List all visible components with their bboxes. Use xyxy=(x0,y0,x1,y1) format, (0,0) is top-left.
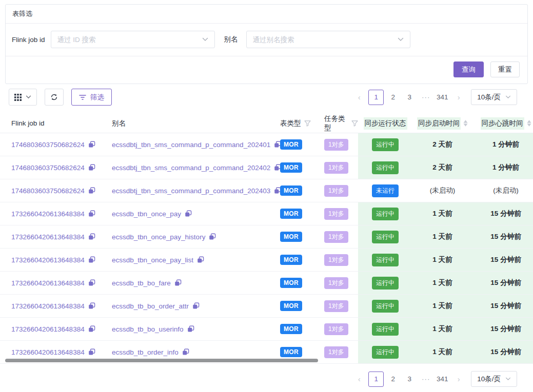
start-time-value: 1 天前 xyxy=(432,347,452,357)
pager-ellipsis[interactable]: ··· xyxy=(419,90,433,105)
funnel-filter-icon[interactable] xyxy=(304,120,311,127)
start-time-value: 1 天前 xyxy=(432,278,452,287)
copy-icon[interactable] xyxy=(187,325,194,333)
pager-page-last[interactable]: 341 xyxy=(435,372,449,386)
column-settings-button[interactable] xyxy=(9,89,37,106)
filter-button-label: 筛选 xyxy=(90,93,104,102)
flink-job-id-link[interactable]: 1732660420613648384 xyxy=(11,233,85,241)
table-type-badge: MOR xyxy=(280,301,302,311)
pager-page-3[interactable]: 3 xyxy=(402,372,417,386)
copy-icon[interactable] xyxy=(88,279,95,286)
heartbeat-time-value: 15 分钟前 xyxy=(490,232,521,241)
flink-job-id-link[interactable]: 1732660420613648384 xyxy=(11,210,85,218)
flink-job-id-label: Flink job id xyxy=(12,36,45,44)
copy-icon[interactable] xyxy=(88,325,95,333)
pager-next-button[interactable]: › xyxy=(451,372,466,386)
table-row: 1746803603750682624 ecssdbtj_tbn_sms_com… xyxy=(0,179,533,202)
alias-link[interactable]: ecssdb_tbn_once_pay_list xyxy=(112,256,193,264)
page-size-select[interactable]: 10条/页 xyxy=(471,371,517,387)
copy-icon[interactable] xyxy=(192,302,200,310)
copy-icon[interactable] xyxy=(88,348,95,356)
table-row: 1732660420613648384 ecssdb_tb_bo_order_a… xyxy=(0,295,533,318)
pager-page-last[interactable]: 341 xyxy=(435,90,449,105)
horizontal-scrollbar-thumb[interactable] xyxy=(5,359,318,362)
pager-prev-button[interactable]: ‹ xyxy=(352,372,366,386)
page-size-value: 10条/页 xyxy=(477,375,501,384)
copy-icon[interactable] xyxy=(88,141,95,148)
page-size-select[interactable]: 10条/页 xyxy=(471,89,517,105)
copy-icon[interactable] xyxy=(185,210,192,217)
alias-link[interactable]: ecssdbtj_tbn_sms_command_p_command_20240… xyxy=(112,164,270,172)
pager-page-1[interactable]: 1 xyxy=(368,90,384,105)
pager-next-button[interactable]: › xyxy=(451,90,466,105)
task-type-badge: 1对多 xyxy=(324,185,348,197)
sort-icon[interactable] xyxy=(463,120,468,127)
heartbeat-time-value: 15 分钟前 xyxy=(490,301,521,311)
col-heartbeat-time: 同步心跳时间 xyxy=(481,117,524,130)
reset-button[interactable]: 重置 xyxy=(490,61,520,77)
start-time-value: 1 天前 xyxy=(432,255,452,264)
table-toolbar: 筛选 ‹ 1 2 3 ··· 341 › 10条/页 xyxy=(9,89,517,106)
table-body: 1746803603750682624 ecssdbtj_tbn_sms_com… xyxy=(0,133,533,364)
copy-icon[interactable] xyxy=(88,302,95,310)
pager-page-2[interactable]: 2 xyxy=(386,90,400,105)
copy-icon[interactable] xyxy=(88,164,95,171)
task-type-badge: 1对多 xyxy=(324,231,348,243)
alias-select[interactable] xyxy=(246,31,410,48)
funnel-filter-icon[interactable] xyxy=(351,120,358,127)
table-row: 1732660420613648384 ecssdb_tb_bo_fare MO… xyxy=(0,272,533,295)
alias-link[interactable]: ecssdb_tb_order_info xyxy=(112,348,179,356)
flink-job-id-link[interactable]: 1746803603750682624 xyxy=(11,164,85,172)
flink-job-id-link[interactable]: 1732660420613648384 xyxy=(11,256,85,264)
sync-table: Flink job id 别名 表类型 任务类型 同步运行状态 同步启动时间 xyxy=(0,114,533,364)
copy-icon[interactable] xyxy=(174,279,182,286)
flink-job-id-select[interactable] xyxy=(51,31,215,48)
sync-status-badge: 运行中 xyxy=(372,346,399,359)
copy-icon[interactable] xyxy=(209,233,216,240)
query-button[interactable]: 查询 xyxy=(453,61,484,77)
alias-link[interactable]: ecssdb_tb_bo_order_attr xyxy=(112,302,189,310)
alias-link[interactable]: ecssdb_tb_bo_fare xyxy=(112,279,171,287)
flink-job-id-link[interactable]: 1746803603750682624 xyxy=(11,187,85,195)
filter-button[interactable]: 筛选 xyxy=(71,89,112,106)
alias-link[interactable]: ecssdb_tbn_once_pay xyxy=(112,210,181,218)
heartbeat-time-value: (未启动) xyxy=(493,186,519,195)
flink-job-id-link[interactable]: 1732660420613648384 xyxy=(11,279,85,287)
refresh-button[interactable] xyxy=(45,89,64,106)
table-row: 1746803603750682624 ecssdbtj_tbn_sms_com… xyxy=(0,156,533,179)
alias-link[interactable]: ecssdb_tb_bo_userinfo xyxy=(112,325,184,333)
table-row: 1732660420613648384 ecssdb_tbn_once_pay_… xyxy=(0,249,533,272)
table-header: Flink job id 别名 表类型 任务类型 同步运行状态 同步启动时间 xyxy=(0,114,533,133)
heartbeat-time-value: 1 分钟前 xyxy=(492,163,519,172)
pager-page-1[interactable]: 1 xyxy=(368,372,384,387)
copy-icon[interactable] xyxy=(88,233,95,240)
copy-icon[interactable] xyxy=(88,187,95,194)
alias-link[interactable]: ecssdb_tbn_once_pay_history xyxy=(112,233,205,241)
heartbeat-time-value: 1 分钟前 xyxy=(492,140,519,149)
alias-link[interactable]: ecssdbtj_tbn_sms_command_p_command_20240… xyxy=(112,187,270,195)
copy-icon[interactable] xyxy=(197,256,204,263)
alias-link[interactable]: ecssdbtj_tbn_sms_command_p_command_20240… xyxy=(112,141,270,149)
col-task-type: 任务类型 xyxy=(324,114,348,133)
copy-icon[interactable] xyxy=(182,348,189,356)
flink-job-id-link[interactable]: 1732660420613648384 xyxy=(11,302,85,310)
flink-job-id-link[interactable]: 1746803603750682624 xyxy=(11,141,85,149)
sync-status-badge: 运行中 xyxy=(372,277,399,290)
task-type-badge: 1对多 xyxy=(324,254,348,266)
alias-input[interactable] xyxy=(253,36,398,44)
sort-icon[interactable] xyxy=(527,120,531,127)
copy-icon[interactable] xyxy=(88,256,95,263)
heartbeat-time-value: 15 分钟前 xyxy=(490,278,521,287)
flink-job-id-link[interactable]: 1732660420613648384 xyxy=(11,325,85,333)
flink-job-id-input[interactable] xyxy=(57,36,202,44)
copy-icon[interactable] xyxy=(88,210,95,217)
start-time-value: 1 天前 xyxy=(432,209,452,218)
table-row: 1732660420613648384 ecssdb_tbn_once_pay_… xyxy=(0,225,533,249)
flink-job-id-link[interactable]: 1732660420613648384 xyxy=(11,348,85,356)
sync-status-badge: 运行中 xyxy=(372,208,399,220)
pager-ellipsis[interactable]: ··· xyxy=(419,372,433,386)
pager-prev-button[interactable]: ‹ xyxy=(352,90,366,105)
table-type-badge: MOR xyxy=(280,255,302,265)
pager-page-3[interactable]: 3 xyxy=(402,90,417,105)
pager-page-2[interactable]: 2 xyxy=(386,372,400,386)
